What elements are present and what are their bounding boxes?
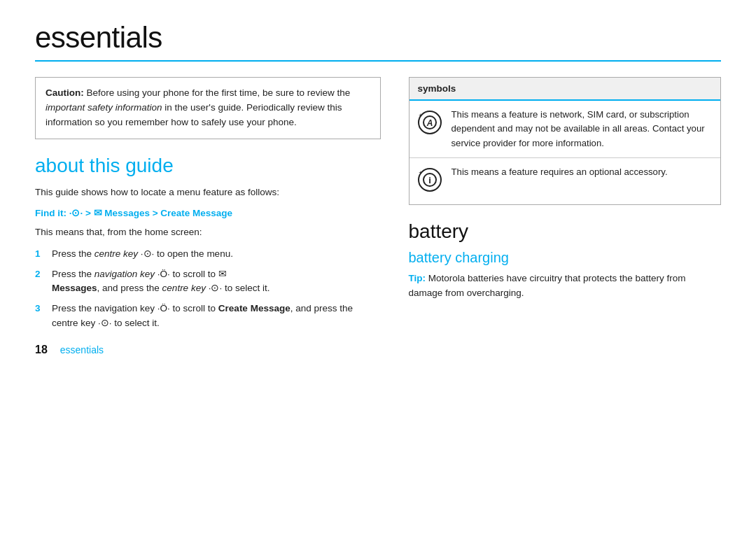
step-3: 3 Press the navigation key ·Ö· to scroll… bbox=[35, 302, 381, 331]
battery-tip: Tip: Motorola batteries have circuitry t… bbox=[409, 271, 722, 301]
about-intro: This guide shows how to locate a menu fe… bbox=[35, 185, 381, 200]
symbol-row-1: A + This means a feature is network, SIM… bbox=[410, 101, 721, 158]
page-title: essentials bbox=[35, 21, 721, 55]
step-1-text: Press the centre key ·⊙· to open the men… bbox=[52, 247, 381, 262]
steps-list: 1 Press the centre key ·⊙· to open the m… bbox=[35, 247, 381, 332]
header-divider bbox=[35, 60, 721, 62]
symbols-table: symbols A + This means a feature is netw… bbox=[409, 77, 722, 205]
step-3-num: 3 bbox=[35, 302, 45, 331]
battery-heading: battery bbox=[409, 220, 722, 243]
page-footer: 18 essentials bbox=[35, 344, 381, 356]
caution-label: Caution: bbox=[46, 87, 84, 98]
symbol-row-2: i + This means a feature requires an opt… bbox=[410, 158, 721, 204]
svg-text:i: i bbox=[428, 175, 431, 185]
step-2: 2 Press the navigation key ·Ö· to scroll… bbox=[35, 267, 381, 297]
step-1: 1 Press the centre key ·⊙· to open the m… bbox=[35, 247, 381, 262]
symbol-text-2: This means a feature requires an optiona… bbox=[451, 165, 668, 179]
page-number: 18 bbox=[35, 344, 48, 356]
symbol-text-1: This means a feature is network, SIM car… bbox=[451, 108, 714, 150]
step-3-text: Press the navigation key ·Ö· to scroll t… bbox=[52, 302, 381, 331]
svg-text:+: + bbox=[419, 169, 422, 176]
means-text: This means that, from the home screen: bbox=[35, 225, 381, 240]
two-column-layout: Caution: Before using your phone for the… bbox=[35, 77, 721, 356]
step-2-num: 2 bbox=[35, 267, 45, 297]
accessory-icon: i + bbox=[416, 165, 443, 197]
step-2-text: Press the navigation key ·Ö· to scroll t… bbox=[52, 267, 381, 297]
network-sim-icon: A + bbox=[416, 108, 443, 140]
page: essentials Caution: Before using your ph… bbox=[0, 0, 756, 536]
svg-text:+: + bbox=[419, 112, 422, 119]
symbols-header: symbols bbox=[410, 78, 721, 101]
about-heading: about this guide bbox=[35, 155, 381, 177]
find-it-line: Find it: ·⊙· > ✉ Messages > Create Messa… bbox=[35, 207, 381, 218]
battery-charging-heading: battery charging bbox=[409, 250, 722, 266]
right-column: symbols A + This means a feature is netw… bbox=[409, 77, 722, 356]
footer-label: essentials bbox=[60, 344, 104, 355]
step-1-num: 1 bbox=[35, 247, 45, 262]
svg-text:A: A bbox=[426, 118, 433, 128]
caution-box: Caution: Before using your phone for the… bbox=[35, 77, 381, 139]
tip-label: Tip: bbox=[409, 273, 426, 283]
tip-text-content: Motorola batteries have circuitry that p… bbox=[409, 273, 686, 298]
find-it-label: Find it: ·⊙· > ✉ Messages > Create Messa… bbox=[35, 208, 232, 218]
left-column: Caution: Before using your phone for the… bbox=[35, 77, 381, 356]
caution-text: Before using your phone for the first ti… bbox=[46, 87, 350, 127]
